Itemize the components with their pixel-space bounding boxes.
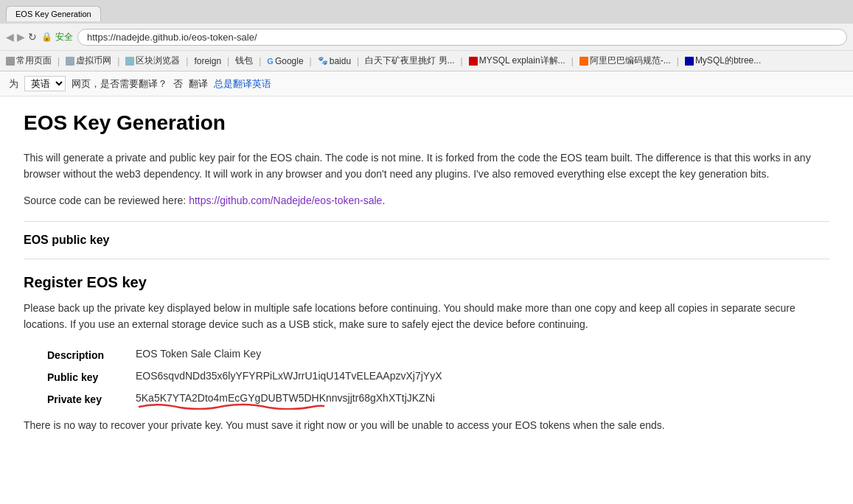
sep-6: | [310, 56, 312, 66]
translate-button[interactable]: 翻译 [189, 77, 208, 91]
address-text: https://nadejde.github.io/eos-token-sale… [87, 32, 257, 43]
bookmark-item-10[interactable]: 阿里巴巴编码规范-... [579, 55, 671, 67]
description-label: Description [47, 348, 136, 361]
no-translate-button[interactable]: 否 [173, 77, 183, 91]
source-code-prefix: Source code can be reviewed here: [24, 195, 189, 206]
description-row: Description EOS Token Sale Claim Key [47, 348, 829, 361]
mysql2-icon [685, 57, 694, 66]
sep-7: | [357, 56, 359, 66]
description-value: EOS Token Sale Claim Key [136, 348, 261, 360]
public-key-label: Public key [47, 370, 136, 383]
bookmark-icon-3 [125, 57, 134, 66]
register-section-title: Register EOS key [24, 274, 829, 291]
sep-5: | [259, 56, 261, 66]
always-translate-link[interactable]: 总是翻译英语 [214, 77, 271, 91]
sep-1: | [58, 56, 60, 66]
mysql-icon [469, 57, 478, 66]
bookmarks-bar: 常用页面 | 虚拟币网 | 区块浏览器 | foreign | 钱包 | G G… [0, 50, 853, 71]
bookmark-icon-1 [6, 57, 15, 66]
forward-button[interactable]: ▶ [17, 31, 25, 43]
sep-9: | [571, 56, 574, 66]
eos-public-key-header: EOS public key [24, 234, 829, 247]
recover-warning: There is no way to recover your private … [24, 417, 829, 433]
page-description: This will generate a private and public … [24, 150, 829, 183]
divider-2 [24, 259, 829, 259]
sep-8: | [461, 56, 463, 66]
tab-label: EOS Key Generation [15, 10, 91, 18]
bookmark-item-6[interactable]: G Google [267, 56, 303, 66]
translation-bar: 为 英语 网页，是否需要翻译？ 否 翻译 总是翻译英语 [0, 71, 853, 97]
bookmark-item-11[interactable]: MySQL的btree... [685, 55, 761, 67]
bookmark-item-7[interactable]: 🐾 baidu [318, 56, 351, 66]
translate-for-label: 为 [9, 77, 18, 91]
security-text: 安全 [55, 31, 73, 43]
public-key-value: EOS6sqvdNDd35x6lyYFYRPiLxWJrrU1iqU14TvEL… [136, 370, 442, 382]
browser-tab[interactable]: EOS Key Generation [6, 6, 101, 21]
refresh-button[interactable]: ↻ [28, 31, 37, 43]
tab-bar: EOS Key Generation [0, 0, 853, 24]
divider-1 [24, 221, 829, 222]
browser-chrome: EOS Key Generation ◀ ▶ ↻ 🔒 安全 https://na… [0, 0, 853, 71]
page-title: EOS Key Generation [24, 111, 829, 135]
bookmark-item-5[interactable]: 钱包 [235, 55, 253, 67]
underline-curve-svg [136, 401, 327, 410]
bookmark-item-2[interactable]: 虚拟币网 [66, 55, 111, 67]
ali-icon [579, 57, 588, 66]
bookmark-item-9[interactable]: MYSQL explain详解... [469, 55, 565, 67]
source-code-line: Source code can be reviewed here: https:… [24, 195, 829, 206]
bookmark-item[interactable]: 常用页面 [6, 55, 52, 67]
security-indicator: 🔒 安全 [41, 31, 73, 43]
sep-10: | [677, 56, 679, 66]
register-warning: Please back up the private key displayed… [24, 300, 829, 333]
nav-buttons: ◀ ▶ ↻ [6, 31, 37, 43]
private-key-container: 5Ka5K7YTA2Dto4mEcGYgDUBTW5DHKnnvsjjtr68g… [136, 392, 435, 404]
page-content: EOS Key Generation This will generate a … [0, 97, 853, 448]
lock-icon: 🔒 [41, 32, 52, 42]
public-key-row: Public key EOS6sqvdNDd35x6lyYFYRPiLxWJrr… [47, 370, 829, 383]
private-key-row: Private key 5Ka5K7YTA2Dto4mEcGYgDUBTW5DH… [47, 392, 829, 405]
baidu-icon: 🐾 [318, 56, 328, 66]
sep-3: | [186, 56, 188, 66]
bookmark-item-3[interactable]: 区块浏览器 [125, 55, 180, 67]
private-key-value: 5Ka5K7YTA2Dto4mEcGYgDUBTW5DHKnnvsjjtr68g… [136, 392, 435, 404]
sep-2: | [117, 56, 119, 66]
bookmark-icon-2 [66, 57, 74, 66]
key-table: Description EOS Token Sale Claim Key Pub… [47, 348, 829, 405]
bookmark-item-8[interactable]: 白天下矿夜里挑灯 男... [365, 55, 454, 67]
address-bar-row: ◀ ▶ ↻ 🔒 安全 https://nadejde.github.io/eos… [0, 24, 853, 50]
bookmark-item-4[interactable]: foreign [194, 56, 221, 66]
sep-4: | [227, 56, 229, 66]
language-select[interactable]: 英语 [24, 76, 66, 91]
back-button[interactable]: ◀ [6, 31, 14, 43]
translate-prompt: 网页，是否需要翻译？ [72, 77, 167, 91]
address-bar[interactable]: https://nadejde.github.io/eos-token-sale… [77, 29, 847, 46]
source-code-link[interactable]: https://github.com/Nadejde/eos-token-sal… [189, 195, 382, 206]
google-icon: G [267, 57, 274, 66]
private-key-label: Private key [47, 392, 136, 405]
